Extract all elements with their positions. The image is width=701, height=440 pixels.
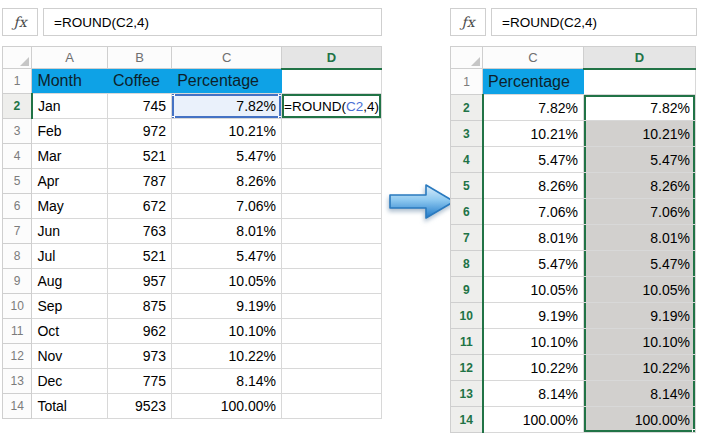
- column-header-a[interactable]: A: [32, 47, 108, 69]
- cell-month[interactable]: Aug: [32, 269, 108, 294]
- column-header-c[interactable]: C: [483, 47, 584, 69]
- cell-rounded-selected[interactable]: 8.14%: [584, 381, 696, 407]
- cell-percentage[interactable]: 5.47%: [483, 147, 584, 173]
- row-number-selected[interactable]: 14: [451, 407, 483, 433]
- row-number-selected[interactable]: 11: [451, 329, 483, 355]
- cell-percentage[interactable]: 10.05%: [483, 277, 584, 303]
- cell-percentage[interactable]: 10.22%: [172, 344, 282, 369]
- row-number-selected[interactable]: 3: [451, 121, 483, 147]
- cell-coffee[interactable]: 973: [107, 344, 171, 369]
- cell-a1-month-header[interactable]: Month: [32, 69, 108, 94]
- row-number[interactable]: 7: [3, 219, 32, 244]
- fill-handle[interactable]: [692, 429, 696, 433]
- row-number[interactable]: 12: [3, 344, 32, 369]
- formula-input[interactable]: =ROUND(C2,4): [43, 8, 382, 36]
- cell-percentage[interactable]: 5.47%: [172, 244, 282, 269]
- column-header-b[interactable]: B: [107, 47, 171, 69]
- cell-percentage[interactable]: 7.06%: [172, 194, 282, 219]
- cell-percentage[interactable]: 7.06%: [483, 199, 584, 225]
- cell-coffee[interactable]: 672: [107, 194, 171, 219]
- column-header-d-selected[interactable]: D: [584, 47, 696, 69]
- cell-month[interactable]: Sep: [32, 294, 108, 319]
- column-header-d-selected[interactable]: D: [282, 47, 382, 69]
- cell-percentage[interactable]: 8.01%: [172, 219, 282, 244]
- cell-d-empty[interactable]: [282, 144, 382, 169]
- row-number-1[interactable]: 1: [451, 69, 483, 95]
- row-number-selected[interactable]: 10: [451, 303, 483, 329]
- cell-d-empty[interactable]: [282, 269, 382, 294]
- row-number[interactable]: 10: [3, 294, 32, 319]
- cell-rounded-selected[interactable]: 10.10%: [584, 329, 696, 355]
- select-all-corner[interactable]: [451, 47, 483, 69]
- cell-month[interactable]: May: [32, 194, 108, 219]
- row-number[interactable]: 6: [3, 194, 32, 219]
- cell-rounded-selected[interactable]: 8.01%: [584, 225, 696, 251]
- cell-coffee[interactable]: 521: [107, 244, 171, 269]
- cell-coffee[interactable]: 957: [107, 269, 171, 294]
- row-number[interactable]: 11: [3, 319, 32, 344]
- cell-percentage[interactable]: 10.21%: [483, 121, 584, 147]
- row-number[interactable]: 4: [3, 144, 32, 169]
- cell-percentage-total[interactable]: 100.00%: [172, 394, 282, 419]
- cell-rounded-selected[interactable]: 10.05%: [584, 277, 696, 303]
- cell-percentage-total[interactable]: 100.00%: [483, 407, 584, 433]
- cell-month[interactable]: Jan: [32, 94, 108, 119]
- cell-coffee[interactable]: 962: [107, 319, 171, 344]
- cell-rounded-selected-last[interactable]: 100.00%: [584, 407, 696, 433]
- cell-coffee-total[interactable]: 9523: [107, 394, 171, 419]
- cell-month[interactable]: Jul: [32, 244, 108, 269]
- fx-icon[interactable]: ƒx: [450, 8, 486, 36]
- cell-percentage[interactable]: 7.82%: [483, 95, 584, 121]
- cell-percentage[interactable]: 8.14%: [483, 381, 584, 407]
- cell-d-empty[interactable]: [282, 369, 382, 394]
- cell-percentage[interactable]: 8.01%: [483, 225, 584, 251]
- cell-d-empty[interactable]: [282, 394, 382, 419]
- cell-coffee[interactable]: 775: [107, 369, 171, 394]
- row-number-1[interactable]: 1: [3, 69, 32, 94]
- row-number-selected[interactable]: 8: [451, 251, 483, 277]
- formula-input[interactable]: =ROUND(C2,4): [491, 8, 697, 36]
- cell-c2-referenced[interactable]: 7.82%: [172, 94, 282, 119]
- cell-d2-active[interactable]: 7.82%: [584, 95, 696, 121]
- cell-percentage[interactable]: 9.19%: [483, 303, 584, 329]
- cell-month[interactable]: Apr: [32, 169, 108, 194]
- cell-percentage[interactable]: 10.10%: [483, 329, 584, 355]
- cell-percentage[interactable]: 10.05%: [172, 269, 282, 294]
- row-number-selected[interactable]: 13: [451, 381, 483, 407]
- cell-d2-formula-editing[interactable]: =ROUND(C2,4): [282, 94, 382, 119]
- cell-month[interactable]: Dec: [32, 369, 108, 394]
- row-number-selected[interactable]: 6: [451, 199, 483, 225]
- column-header-c[interactable]: C: [172, 47, 282, 69]
- row-number[interactable]: 9: [3, 269, 32, 294]
- cell-month[interactable]: Nov: [32, 344, 108, 369]
- row-number-2-selected[interactable]: 2: [3, 94, 32, 119]
- fx-icon[interactable]: ƒx: [2, 8, 38, 36]
- cell-rounded-selected[interactable]: 10.21%: [584, 121, 696, 147]
- cell-percentage[interactable]: 8.14%: [172, 369, 282, 394]
- row-number-selected[interactable]: 5: [451, 173, 483, 199]
- cell-percentage[interactable]: 9.19%: [172, 294, 282, 319]
- cell-percentage[interactable]: 10.21%: [172, 119, 282, 144]
- cell-month[interactable]: Oct: [32, 319, 108, 344]
- cell-month[interactable]: Feb: [32, 119, 108, 144]
- cell-rounded-selected[interactable]: 5.47%: [584, 251, 696, 277]
- row-number[interactable]: 14: [3, 394, 32, 419]
- cell-d-empty[interactable]: [282, 344, 382, 369]
- row-number[interactable]: 8: [3, 244, 32, 269]
- row-number[interactable]: 3: [3, 119, 32, 144]
- cell-c1-percentage-header[interactable]: Percentage: [483, 69, 584, 95]
- cell-d-empty[interactable]: [282, 219, 382, 244]
- row-number-selected[interactable]: 4: [451, 147, 483, 173]
- cell-percentage[interactable]: 5.47%: [172, 144, 282, 169]
- cell-rounded-selected[interactable]: 9.19%: [584, 303, 696, 329]
- cell-c1-percentage-header[interactable]: Percentage: [172, 69, 282, 94]
- cell-percentage[interactable]: 8.26%: [483, 173, 584, 199]
- cell-percentage[interactable]: 10.10%: [172, 319, 282, 344]
- cell-d-empty[interactable]: [282, 169, 382, 194]
- row-number-selected[interactable]: 7: [451, 225, 483, 251]
- cell-month[interactable]: Mar: [32, 144, 108, 169]
- cell-percentage[interactable]: 10.22%: [483, 355, 584, 381]
- row-number-selected[interactable]: 12: [451, 355, 483, 381]
- cell-rounded-selected[interactable]: 5.47%: [584, 147, 696, 173]
- cell-d1-empty[interactable]: [584, 69, 696, 95]
